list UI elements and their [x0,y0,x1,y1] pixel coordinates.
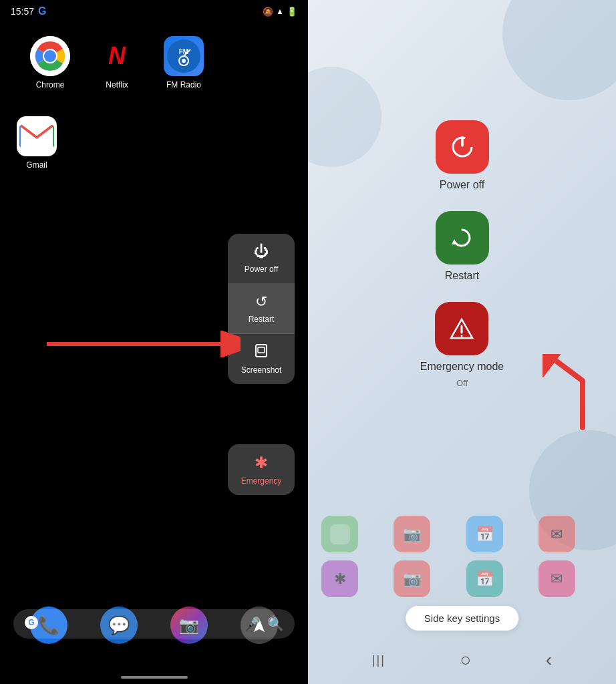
samsung-restart-label: Restart [445,270,480,282]
android-home-screen: 15:57 G 🔕 ▲ 🔋 [0,0,308,684]
bg-app-7: 📅 [466,560,503,597]
samsung-restart-icon [436,211,489,265]
status-left: 15:57 G [11,5,47,17]
gmail-icon [17,116,57,156]
svg-point-7 [182,59,186,63]
fmradio-app[interactable]: FM FM Radio [160,36,207,90]
screenshot-icon [254,343,269,361]
google-indicator: G [38,5,46,17]
netflix-app[interactable]: N Netflix [94,36,140,90]
status-bar: 15:57 G 🔕 ▲ 🔋 [0,0,308,23]
svg-rect-24 [330,524,350,544]
bg-app-6: 📷 [394,560,430,597]
svg-point-22 [461,335,463,337]
background-app-grid: 📷 📅 ✉ ✱ 📷 📅 ✉ [315,509,609,604]
gmail-label: Gmail [26,160,47,170]
nav-menu-button[interactable]: ||| [372,653,386,667]
power-off-icon: ⏻ [254,243,269,261]
samsung-power-off-item[interactable]: Power off [436,120,489,191]
bg-app-8: ✉ [538,560,575,597]
power-menu: ⏻ Power off ↺ Restart Screenshot [228,234,295,384]
home-indicator [121,676,188,679]
samsung-emergency-label: Emergency mode [420,361,504,373]
netflix-icon: N [97,36,137,76]
emergency-icon: ✱ [255,454,268,472]
left-arrow-indicator [40,331,234,351]
chrome-app[interactable]: Chrome [27,36,73,90]
restart-menu-item[interactable]: ↺ Restart [228,284,295,334]
chrome-icon [30,36,70,76]
nav-home-button[interactable]: ○ [460,649,471,671]
google-search-logo: G [24,615,39,633]
restart-icon: ↺ [255,293,267,311]
gmail-app[interactable]: Gmail [13,116,60,170]
samsung-emergency-icon [435,302,488,355]
samsung-power-off-icon [436,120,489,174]
samsung-restart-item[interactable]: Restart [436,211,489,282]
fmradio-icon: FM [164,36,204,76]
nav-back-button[interactable]: ‹ [546,649,552,671]
signal-icon: ▲ [276,7,284,16]
power-off-menu-item[interactable]: ⏻ Power off [228,234,295,284]
svg-marker-19 [452,239,457,244]
fmradio-label: FM Radio [166,80,201,90]
samsung-power-menu-screen: Power off Restart Emergency mode [308,0,616,684]
emergency-label: Emergency [241,476,282,486]
bg-app-1 [321,516,358,552]
chrome-label: Chrome [36,80,65,90]
svg-point-3 [44,50,56,62]
bottom-navigation: ||| ○ ‹ [308,643,616,677]
lens-icon[interactable]: 🔍 [267,616,284,632]
svg-text:G: G [28,618,34,627]
emergency-menu: ✱ Emergency [228,444,295,495]
samsung-power-off-label: Power off [440,179,484,191]
time-display: 15:57 [11,6,34,17]
samsung-emergency-item[interactable]: Emergency mode Off [420,302,504,388]
app-row-1: Chrome N Netflix FM FM Radio [0,23,308,103]
mute-icon: 🔕 [263,7,273,17]
side-key-settings-label: Side key settings [424,613,500,624]
screenshot-label: Screenshot [241,365,282,375]
samsung-emergency-sublabel: Off [456,378,468,388]
svg-rect-13 [258,347,265,353]
power-off-label: Power off [245,265,278,274]
bg-app-5: ✱ [321,560,358,597]
right-arrow-indicator [543,354,596,437]
battery-icon: 🔋 [287,7,297,17]
mic-icon[interactable]: 🎤 [244,616,261,632]
search-bar[interactable]: G 🎤 🔍 [13,609,295,639]
bg-app-3: 📅 [466,516,503,552]
restart-label: Restart [249,315,275,324]
bg-app-4: ✉ [538,516,575,552]
side-key-settings-button[interactable]: Side key settings [406,606,518,631]
bg-app-2: 📷 [394,516,430,552]
gmail-row: Gmail [0,116,308,170]
emergency-item[interactable]: ✱ Emergency [228,444,295,495]
svg-text:FM: FM [179,48,188,55]
netflix-label: Netflix [106,80,128,90]
status-icons: 🔕 ▲ 🔋 [263,7,297,17]
